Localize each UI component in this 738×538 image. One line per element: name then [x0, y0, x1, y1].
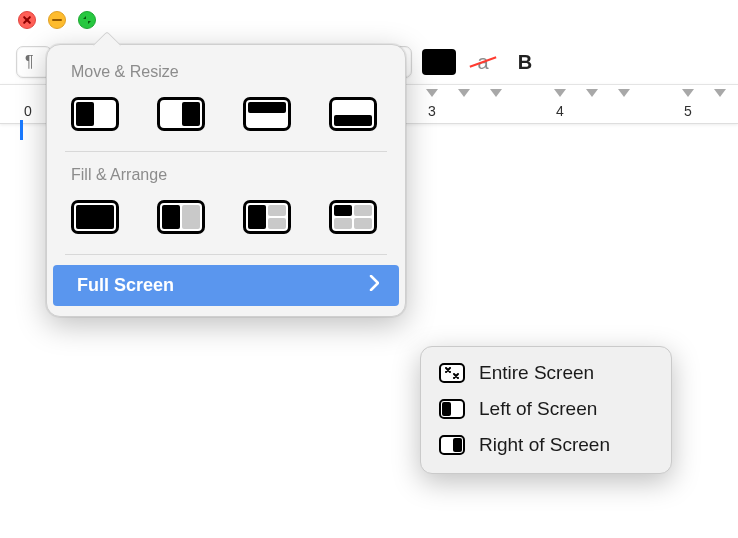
minimize-button[interactable]: [48, 11, 66, 29]
submenu-label: Left of Screen: [479, 398, 597, 420]
section-fill-arrange-label: Fill & Arrange: [47, 162, 405, 194]
submenu-label: Entire Screen: [479, 362, 594, 384]
strikethrough-button[interactable]: a: [466, 47, 500, 77]
ruler-tab-marker[interactable]: [554, 89, 566, 97]
tile-top-half-button[interactable]: [243, 97, 291, 131]
chevron-right-icon: [369, 275, 379, 296]
full-screen-menu-item[interactable]: Full Screen: [53, 265, 399, 306]
ruler-tick-label: 3: [428, 103, 436, 119]
pilcrow-icon: ¶: [25, 53, 34, 71]
text-cursor: [20, 120, 23, 140]
bold-button[interactable]: B: [510, 51, 540, 74]
tile-right-half-button[interactable]: [157, 97, 205, 131]
text-color-swatch[interactable]: [422, 49, 456, 75]
ruler-tab-marker[interactable]: [458, 89, 470, 97]
tile-left-half-button[interactable]: [71, 97, 119, 131]
ruler-tick-label: 0: [24, 103, 32, 119]
submenu-label: Right of Screen: [479, 434, 610, 456]
ruler-tick-label: 4: [556, 103, 564, 119]
close-button[interactable]: [18, 11, 36, 29]
submenu-entire-screen[interactable]: Entire Screen: [427, 355, 665, 391]
zoom-button[interactable]: [78, 11, 96, 29]
ruler-tick-label: 5: [684, 103, 692, 119]
tile-bottom-half-button[interactable]: [329, 97, 377, 131]
submenu-right-of-screen[interactable]: Right of Screen: [427, 427, 665, 463]
submenu-left-of-screen[interactable]: Left of Screen: [427, 391, 665, 427]
section-move-resize-label: Move & Resize: [47, 59, 405, 91]
full-screen-submenu: Entire Screen Left of Screen Right of Sc…: [420, 346, 672, 474]
ruler-tab-marker[interactable]: [618, 89, 630, 97]
arrange-left-right-button[interactable]: [157, 200, 205, 234]
move-resize-row: [47, 91, 405, 147]
left-of-screen-icon: [439, 399, 465, 419]
right-of-screen-icon: [439, 435, 465, 455]
ruler-tab-marker[interactable]: [586, 89, 598, 97]
full-screen-label: Full Screen: [77, 275, 174, 296]
fill-screen-button[interactable]: [71, 200, 119, 234]
ruler-tab-marker[interactable]: [682, 89, 694, 97]
window-tiling-popover: Move & Resize Fill & Arrange: [46, 44, 406, 317]
arrange-left-stack-button[interactable]: [243, 200, 291, 234]
ruler-tab-marker[interactable]: [426, 89, 438, 97]
fill-arrange-row: [47, 194, 405, 250]
ruler-tab-marker[interactable]: [714, 89, 726, 97]
ruler-tab-marker[interactable]: [490, 89, 502, 97]
arrange-quarters-button[interactable]: [329, 200, 377, 234]
entire-screen-icon: [439, 363, 465, 383]
